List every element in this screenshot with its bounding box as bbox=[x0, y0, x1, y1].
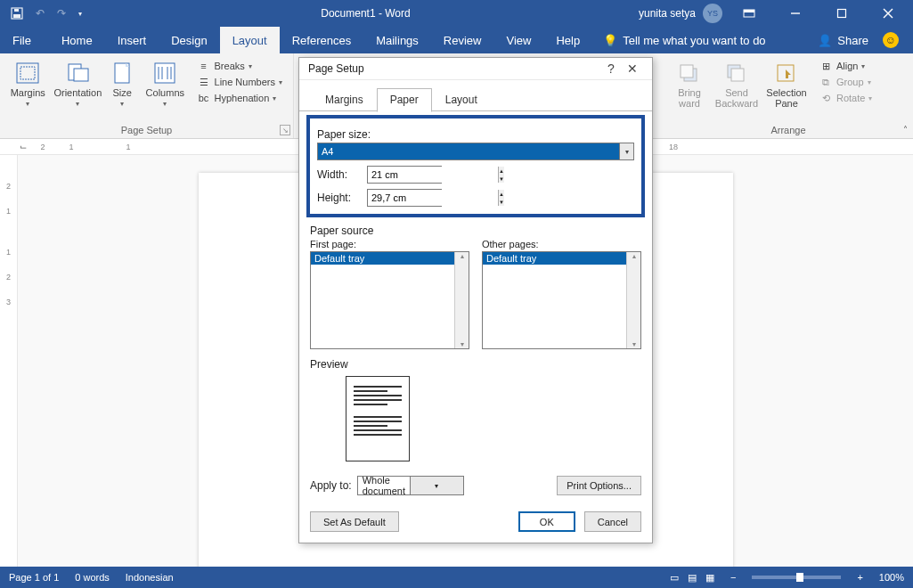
height-field[interactable] bbox=[368, 190, 498, 206]
feedback-icon[interactable]: ☺ bbox=[883, 32, 899, 48]
tab-review[interactable]: Review bbox=[431, 27, 494, 53]
margins-icon bbox=[13, 61, 42, 86]
avatar[interactable]: YS bbox=[703, 4, 722, 23]
chevron-down-icon[interactable]: ▾ bbox=[619, 143, 633, 159]
paper-size-highlight: Paper size: A4 ▾ Width: ▲▼ Height: ▲▼ bbox=[306, 115, 645, 217]
rotate-button[interactable]: ⟲Rotate ▾ bbox=[817, 91, 874, 105]
minimize-icon[interactable] bbox=[776, 0, 815, 27]
cancel-button[interactable]: Cancel bbox=[584, 511, 641, 532]
svg-rect-22 bbox=[731, 69, 744, 81]
breaks-button[interactable]: ≡Breaks ▾ bbox=[195, 59, 284, 73]
ok-button[interactable]: OK bbox=[518, 511, 575, 532]
tab-layout[interactable]: Layout bbox=[220, 27, 280, 53]
tab-home[interactable]: Home bbox=[49, 27, 105, 53]
height-input[interactable]: ▲▼ bbox=[367, 189, 442, 207]
status-bar: Page 1 of 1 0 words Indonesian ▭ ▤ ▦ − +… bbox=[0, 567, 913, 588]
dialog-close-icon[interactable]: ✕ bbox=[622, 61, 643, 76]
align-button[interactable]: ⊞Align ▾ bbox=[817, 59, 874, 73]
tab-file[interactable]: File bbox=[0, 27, 44, 53]
tab-mailings[interactable]: Mailings bbox=[363, 27, 431, 53]
apply-to-combo[interactable]: Whole document ▾ bbox=[357, 476, 464, 495]
zoom-in-icon[interactable]: + bbox=[857, 572, 862, 583]
tab-help[interactable]: Help bbox=[543, 27, 592, 53]
print-layout-icon[interactable]: ▤ bbox=[688, 572, 697, 584]
scroll-up-icon[interactable]: ▴ bbox=[461, 252, 464, 260]
close-icon[interactable] bbox=[868, 0, 908, 27]
columns-button[interactable]: Columns▾ bbox=[143, 57, 187, 119]
tell-me[interactable]: 💡 Tell me what you want to do bbox=[603, 34, 765, 47]
tab-view[interactable]: View bbox=[493, 27, 543, 53]
first-page-listbox[interactable]: Default tray ▴▾ bbox=[310, 251, 469, 349]
maximize-icon[interactable] bbox=[822, 0, 861, 27]
group-button[interactable]: ⧉Group ▾ bbox=[817, 75, 874, 89]
qat-more-icon[interactable]: ▾ bbox=[78, 10, 82, 18]
chevron-down-icon[interactable]: ▾ bbox=[410, 477, 463, 494]
user-name[interactable]: yunita setya bbox=[639, 7, 696, 20]
zoom-slider[interactable] bbox=[752, 576, 841, 579]
zoom-out-icon[interactable]: − bbox=[730, 572, 736, 583]
tab-insert[interactable]: Insert bbox=[105, 27, 159, 53]
document-title: Document1 - Word bbox=[93, 7, 639, 20]
columns-icon bbox=[151, 61, 179, 86]
status-page[interactable]: Page 1 of 1 bbox=[9, 572, 59, 583]
preview-label: Preview bbox=[310, 358, 641, 371]
read-mode-icon[interactable]: ▭ bbox=[670, 572, 679, 584]
align-icon: ⊞ bbox=[819, 60, 833, 72]
other-pages-listbox[interactable]: Default tray ▴▾ bbox=[482, 251, 641, 349]
svg-rect-10 bbox=[20, 67, 35, 79]
redo-icon[interactable]: ↷ bbox=[57, 7, 66, 20]
page-setup-launcher-icon[interactable]: ↘ bbox=[280, 125, 290, 135]
group-label-page-setup: Page Setup bbox=[0, 123, 293, 138]
ribbon-tabs: File Home Insert Design Layout Reference… bbox=[0, 27, 913, 53]
set-as-default-button[interactable]: Set As Default bbox=[310, 511, 399, 532]
dialog-titlebar[interactable]: Page Setup ? ✕ bbox=[299, 58, 652, 80]
share-button[interactable]: 👤 Share bbox=[818, 34, 868, 47]
paper-size-label: Paper size: bbox=[317, 128, 634, 141]
collapse-ribbon-icon[interactable]: ˄ bbox=[903, 125, 908, 135]
zoom-level[interactable]: 100% bbox=[879, 572, 904, 583]
scroll-down-icon[interactable]: ▾ bbox=[632, 340, 636, 348]
width-input[interactable]: ▲▼ bbox=[367, 166, 442, 184]
paper-size-combo[interactable]: A4 ▾ bbox=[317, 143, 634, 160]
spin-down-icon[interactable]: ▼ bbox=[499, 198, 504, 206]
line-numbers-icon: ☰ bbox=[197, 76, 211, 88]
print-options-button[interactable]: Print Options... bbox=[557, 476, 641, 495]
group-label-arrange: Arrange bbox=[664, 123, 913, 138]
dialog-tab-paper[interactable]: Paper bbox=[377, 88, 432, 112]
spin-up-icon[interactable]: ▲ bbox=[499, 167, 504, 175]
dialog-title: Page Setup bbox=[308, 62, 600, 75]
view-buttons: ▭ ▤ ▦ bbox=[670, 572, 714, 584]
first-page-label: First page: bbox=[310, 239, 469, 249]
tab-references[interactable]: References bbox=[280, 27, 363, 53]
margins-button[interactable]: Margins▾ bbox=[5, 57, 50, 119]
tab-design[interactable]: Design bbox=[159, 27, 219, 53]
status-words[interactable]: 0 words bbox=[75, 572, 110, 583]
dialog-help-icon[interactable]: ? bbox=[600, 61, 622, 76]
list-item[interactable]: Default tray bbox=[483, 252, 640, 265]
web-layout-icon[interactable]: ▦ bbox=[705, 572, 714, 584]
undo-icon[interactable]: ↶ bbox=[36, 7, 45, 20]
send-backward-button[interactable]: Send Backward bbox=[713, 57, 760, 119]
orientation-button[interactable]: Orientation▾ bbox=[53, 57, 102, 119]
paper-source-label: Paper source bbox=[310, 225, 641, 237]
scroll-down-icon[interactable]: ▾ bbox=[461, 340, 464, 348]
svg-rect-20 bbox=[681, 65, 693, 78]
list-item[interactable]: Default tray bbox=[311, 252, 469, 265]
user-area: yunita setya YS bbox=[639, 0, 913, 27]
ribbon-display-icon[interactable] bbox=[730, 0, 769, 27]
bring-forward-button[interactable]: Bring ward bbox=[669, 57, 710, 119]
selection-pane-button[interactable]: Selection Pane bbox=[763, 57, 810, 119]
dialog-tab-margins[interactable]: Margins bbox=[312, 88, 377, 112]
vertical-ruler[interactable]: 2 1 1 2 3 bbox=[0, 155, 18, 567]
spin-down-icon[interactable]: ▼ bbox=[499, 175, 504, 183]
save-icon[interactable] bbox=[11, 7, 23, 20]
status-language[interactable]: Indonesian bbox=[126, 572, 174, 583]
spin-up-icon[interactable]: ▲ bbox=[499, 190, 504, 198]
hyphenation-button[interactable]: bcHyphenation ▾ bbox=[195, 91, 284, 105]
width-field[interactable] bbox=[368, 167, 498, 183]
group-icon: ⧉ bbox=[819, 76, 833, 88]
line-numbers-button[interactable]: ☰Line Numbers ▾ bbox=[195, 75, 284, 89]
scroll-up-icon[interactable]: ▴ bbox=[632, 252, 636, 260]
dialog-tab-layout[interactable]: Layout bbox=[432, 88, 491, 112]
size-button[interactable]: Size▾ bbox=[105, 57, 139, 119]
